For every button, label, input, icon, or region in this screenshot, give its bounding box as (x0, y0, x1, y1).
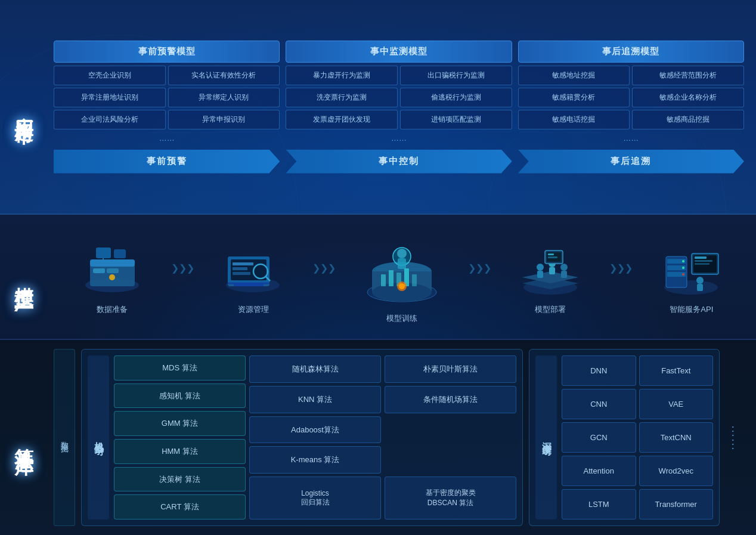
list-item[interactable]: 随机森林算法 (249, 355, 381, 383)
mf-label-5: 智能服务API (670, 304, 713, 315)
model-train-icon (360, 230, 444, 307)
smart-api-icon (657, 239, 726, 298)
list-item[interactable]: DNN (562, 355, 636, 386)
yycsc-content: 事前预警模型 空壳企业识别 实名认证有效性分析 异常注册地址识别 异常绑定人识别… (48, 36, 756, 178)
list-item[interactable]: 感知机 算法 (114, 384, 246, 409)
list-item[interactable]: Transformer (639, 489, 714, 519)
mf-label-3: 模型训练 (386, 313, 417, 324)
section-mxgc-label: 模型工厂 (0, 272, 48, 282)
section-sfck: 算法仓库 数据挖掘 机器学习 MDS 算法 感知机 算法 GMM 算法 HMM … (0, 340, 756, 535)
svg-rect-19 (234, 283, 264, 286)
svg-rect-29 (389, 270, 394, 286)
svg-rect-62 (697, 284, 703, 291)
list-item[interactable]: MDS 算法 (114, 355, 246, 381)
list-item[interactable]: HMM 算法 (114, 439, 246, 464)
list-item[interactable]: 洗变票行为监测 (286, 88, 398, 107)
list-item[interactable]: 敏感商品挖掘 (632, 110, 744, 129)
list-item[interactable]: Wrod2vec (639, 456, 714, 486)
svg-rect-39 (537, 271, 543, 278)
mf-label-2: 资源管理 (238, 304, 269, 315)
data-prep-icon (78, 239, 147, 298)
svg-point-54 (682, 267, 684, 269)
list-item[interactable]: TextCNN (639, 422, 714, 453)
list-item[interactable]: 空壳企业识别 (54, 66, 166, 85)
svg-point-8 (109, 274, 115, 280)
mf-arrow-4: ❯ ❯ ❯ (609, 262, 633, 274)
list-item[interactable]: 异常注册地址识别 (54, 88, 166, 107)
list-item[interactable]: 异常绑定人识别 (168, 88, 280, 107)
section-sfck-label: 算法仓库 (0, 433, 48, 443)
dl-grid: DNN FastText CNN VAE GCN TextCNN Attenti… (562, 355, 713, 519)
list-item[interactable]: 异常申报识别 (168, 110, 280, 129)
svg-rect-32 (412, 274, 417, 286)
model-grid-2: 暴力虚开行为监测 出口骗税行为监测 洗变票行为监测 偷逃税行为监测 发票虚开团伙… (286, 66, 512, 129)
svg-rect-4 (107, 268, 119, 273)
list-item[interactable]: 实名认证有效性分析 (168, 66, 280, 85)
list-item[interactable]: 进销项匹配监测 (400, 110, 512, 129)
svg-point-55 (682, 273, 684, 276)
list-item[interactable]: CNN (562, 389, 636, 419)
model-columns: 事前预警模型 空壳企业识别 实名认证有效性分析 异常注册地址识别 异常绑定人识别… (54, 41, 744, 144)
list-item[interactable]: K-means 算法 (249, 446, 381, 474)
ml-col-left: MDS 算法 感知机 算法 GMM 算法 HMM 算法 决策树 算法 CART … (114, 355, 246, 519)
list-item[interactable]: Attention (562, 456, 636, 486)
list-item[interactable]: 出口骗税行为监测 (400, 66, 512, 85)
list-item[interactable]: 敏感籍贯分析 (518, 88, 630, 107)
list-item[interactable]: FastText (639, 355, 714, 386)
svg-rect-3 (93, 268, 105, 273)
banner-2: 事中控制 (286, 150, 512, 174)
list-item[interactable]: VAE (639, 389, 714, 419)
svg-rect-41 (549, 267, 555, 274)
list-item[interactable]: CART 算法 (114, 494, 246, 519)
list-item[interactable]: GMM 算法 (114, 411, 246, 436)
banner-label-2: 事中控制 (379, 156, 419, 167)
svg-rect-43 (561, 271, 567, 278)
mf-step-4: 模型部署 (516, 239, 585, 315)
list-item[interactable]: LSTM (562, 489, 636, 519)
mf-arrow-1: ❯ ❯ ❯ (171, 262, 194, 274)
svg-rect-47 (548, 256, 557, 258)
list-item[interactable]: 条件随机场算法 (385, 386, 516, 413)
list-item[interactable]: 敏感经营范围分析 (632, 66, 744, 85)
list-item[interactable]: Logistics回归算法 (249, 477, 381, 519)
list-item[interactable]: KNN 算法 (249, 386, 381, 413)
svg-point-61 (696, 277, 704, 284)
dl-panel: 深度学习 DNN FastText CNN VAE GCN TextCNN At… (529, 349, 720, 526)
list-item[interactable]: 暴力虚开行为监测 (286, 66, 398, 85)
arrow-banners: 事前预警 事中控制 事后追溯 (54, 150, 744, 174)
svg-rect-15 (233, 272, 250, 275)
list-item[interactable]: 敏感企业名称分析 (632, 88, 744, 107)
model-grid-3: 敏感地址挖掘 敏感经营范围分析 敏感籍贯分析 敏感企业名称分析 敏感电话挖掘 敏… (518, 66, 744, 129)
svg-point-53 (682, 260, 684, 262)
svg-point-34 (399, 283, 405, 289)
mf-label-1: 数据准备 (97, 304, 128, 315)
svg-rect-46 (548, 253, 554, 255)
section-yycsc-label: 应用超市 (0, 102, 48, 112)
data-mining-label: 数据挖掘 (54, 349, 75, 526)
svg-rect-28 (381, 274, 386, 286)
banner-1: 事前预警 (54, 150, 280, 174)
list-item[interactable]: GCN (562, 422, 636, 453)
list-item[interactable]: 决策树 算法 (114, 467, 246, 492)
model-more-2: …… (286, 132, 512, 144)
sfck-content: 数据挖掘 机器学习 MDS 算法 感知机 算法 GMM 算法 HMM 算法 决策… (48, 340, 756, 535)
model-col-3: 事后追溯模型 敏感地址挖掘 敏感经营范围分析 敏感籍贯分析 敏感企业名称分析 敏… (518, 41, 744, 144)
list-item[interactable]: 偷逃税行为监测 (400, 88, 512, 107)
list-item[interactable]: 企业司法风险分析 (54, 110, 166, 129)
list-item[interactable]: 朴素贝叶斯算法 (385, 355, 516, 383)
list-item[interactable]: 基于密度的聚类DBSCAN 算法 (385, 477, 516, 519)
mxgc-content: 数据准备 ❯ ❯ ❯ (48, 224, 756, 330)
dl-label: 深度学习 (535, 355, 557, 519)
banner-label-3: 事后追溯 (611, 156, 651, 167)
model-header-2: 事中监测模型 (286, 41, 512, 63)
mf-label-4: 模型部署 (535, 304, 566, 315)
section-mxgc: 模型工厂 (0, 215, 756, 340)
ml-label: 机器学习 (88, 355, 109, 519)
list-item[interactable]: 敏感电话挖掘 (518, 110, 630, 129)
model-more-1: …… (54, 132, 280, 144)
list-item[interactable]: Adaboost算法 (249, 416, 381, 444)
svg-rect-2 (90, 259, 135, 267)
list-item[interactable]: 发票虚开团伙发现 (286, 110, 398, 129)
resource-mgmt-icon (219, 239, 287, 298)
list-item[interactable]: 敏感地址挖掘 (518, 66, 630, 85)
